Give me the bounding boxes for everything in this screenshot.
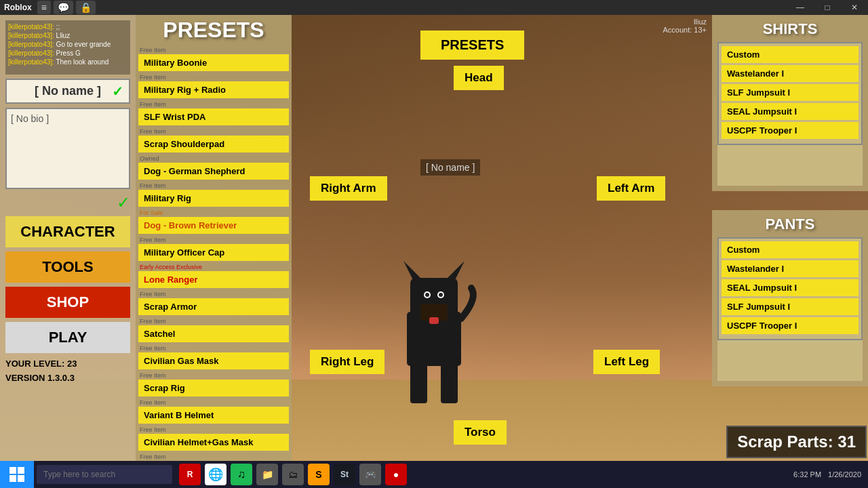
taskbar-steam-icon[interactable]: St (334, 464, 355, 485)
preset-item[interactable]: Free ItemMilitary Boonie (138, 47, 289, 71)
left-arm-button[interactable]: Left Arm (597, 176, 665, 201)
preset-button[interactable]: Scrap Rig (138, 380, 289, 396)
preset-button[interactable]: Scrap Armor (138, 298, 289, 315)
left-panel: [killerpotato43]: ;; [killerpotato43]: L… (0, 15, 136, 461)
taskbar-roblox-icon[interactable]: R (179, 464, 201, 485)
taskbar-spotify-icon[interactable]: ♫ (231, 464, 252, 485)
right-arm-button[interactable]: Right Arm (310, 176, 387, 201)
svg-rect-9 (429, 317, 439, 324)
taskbar-time: 6:32 PM (793, 470, 821, 479)
titlebar-title: Roblox (4, 3, 32, 12)
preset-label: Free Item (138, 372, 289, 379)
preset-item[interactable]: Free ItemScrap Armor (138, 291, 289, 315)
preset-item[interactable]: Free ItemScrap Shoulderpad (138, 128, 289, 152)
preset-label: Free Item (138, 101, 289, 108)
preset-button[interactable]: Military Rig + Radio (138, 81, 289, 98)
shirt-item[interactable]: USCPF Trooper I (722, 122, 859, 139)
shirts-title: SHIRTS (717, 20, 863, 38)
character-button[interactable]: CHARACTER (5, 216, 130, 247)
svg-rect-14 (9, 475, 16, 482)
preset-item[interactable]: Free ItemMilitary Officer Cap (138, 237, 289, 261)
preset-item[interactable]: Free ItemMilitary Rig (138, 182, 289, 207)
pants-extra (717, 340, 863, 381)
head-button[interactable]: Head (454, 66, 504, 90)
torso-button[interactable]: Torso (454, 420, 507, 445)
taskbar-4-icon[interactable]: 📁 (256, 464, 278, 485)
preset-label: Free Item (138, 318, 289, 325)
preset-button[interactable]: Military Boonie (138, 54, 289, 71)
shirt-item[interactable]: Custom (722, 46, 859, 63)
preset-item[interactable]: OwnedDog - German Shepherd (138, 155, 289, 180)
name-confirm-icon[interactable]: ✓ (112, 83, 123, 100)
tools-button[interactable]: TOOLS (5, 251, 130, 283)
preset-label: Owned (138, 155, 289, 162)
account-age: Account: 13+ (663, 26, 707, 34)
taskbar-5-icon[interactable]: 🗂 (282, 464, 304, 485)
lock-icon[interactable]: 🔒 (76, 1, 96, 14)
bio-box[interactable]: [ No bio ] (5, 108, 130, 189)
close-button[interactable]: ✕ (841, 0, 868, 15)
pants-item[interactable]: Wastelander I (722, 260, 859, 277)
preset-button[interactable]: Military Officer Cap (138, 244, 289, 261)
windows-icon (9, 466, 25, 483)
preset-item[interactable]: Free ItemCivilian Gas Mask (138, 345, 289, 369)
preset-item[interactable]: Early Access ExclusiveLone Ranger (138, 264, 289, 288)
chat-icon[interactable]: 💬 (54, 1, 73, 14)
shirt-item[interactable]: Wastelander I (722, 65, 859, 82)
preset-button[interactable]: Variant B Helmet (138, 407, 289, 424)
preset-item[interactable]: Free ItemCivilian Helmet (138, 453, 289, 461)
preset-item[interactable]: Free ItemVariant B Helmet (138, 399, 289, 424)
maximize-button[interactable]: □ (814, 0, 841, 15)
preset-button[interactable]: Civilian Gas Mask (138, 352, 289, 369)
preset-button[interactable]: Civilian Helmet+Gas Mask (138, 434, 289, 451)
preset-item[interactable]: Free ItemCivilian Helmet+Gas Mask (138, 426, 289, 451)
right-leg-button[interactable]: Right Leg (310, 350, 384, 374)
preset-label: Early Access Exclusive (138, 264, 289, 270)
preset-button[interactable]: Dog - German Shepherd (138, 163, 289, 180)
preset-label: For Sale (138, 209, 289, 216)
left-leg-button[interactable]: Left Leg (593, 350, 660, 374)
start-button[interactable] (0, 461, 34, 488)
character-name-box[interactable]: [ No name ] ✓ (5, 79, 130, 104)
taskbar-chrome-icon[interactable]: 🌐 (205, 464, 226, 485)
minimize-button[interactable]: — (787, 0, 814, 15)
taskbar-s-icon[interactable]: S (308, 464, 330, 485)
taskbar-search-input[interactable] (37, 465, 172, 484)
hamburger-icon[interactable]: ≡ (37, 1, 51, 14)
account-name: lliuz (663, 18, 707, 26)
preset-item[interactable]: Free ItemSatchel (138, 318, 289, 342)
preset-item[interactable]: Free ItemMilitary Rig + Radio (138, 74, 289, 98)
taskbar-right: 6:32 PM 1/26/2020 (793, 470, 868, 479)
preset-button[interactable]: Military Rig (138, 190, 289, 207)
preset-button[interactable]: SLF Wrist PDA (138, 108, 289, 125)
pants-title: PANTS (717, 216, 863, 233)
presets-top-button[interactable]: PRESETS (420, 30, 524, 60)
preset-item[interactable]: Free ItemSLF Wrist PDA (138, 101, 289, 125)
top-bar-icons: ≡ 💬 🔒 (37, 1, 96, 14)
chat-line: [killerpotato43]: Then look around (8, 58, 127, 66)
play-button[interactable]: PLAY (5, 322, 130, 353)
bio-confirm-wrap: ✓ (5, 193, 130, 212)
pants-item[interactable]: USCPF Trooper I (722, 317, 859, 334)
preset-item[interactable]: Free ItemScrap Rig (138, 372, 289, 396)
shirt-item[interactable]: SLF Jumpsuit I (722, 84, 859, 101)
bio-confirm-icon[interactable]: ✓ (117, 193, 130, 212)
svg-rect-13 (18, 467, 24, 474)
preset-label: Free Item (138, 426, 289, 433)
taskbar-date: 1/26/2020 (828, 470, 861, 479)
preset-button[interactable]: Satchel (138, 325, 289, 342)
pants-item[interactable]: SEAL Jumpsuit I (722, 279, 859, 296)
shop-button[interactable]: SHOP (5, 287, 130, 318)
preset-item[interactable]: For SaleDog - Brown Retriever (138, 209, 289, 234)
shirt-item[interactable]: SEAL Jumpsuit I (722, 103, 859, 120)
preset-button[interactable]: Dog - Brown Retriever (138, 217, 289, 234)
pants-item[interactable]: Custom (722, 241, 859, 258)
taskbar-red-icon[interactable]: ● (385, 464, 407, 485)
pants-item[interactable]: SLF Jumpsuit I (722, 298, 859, 315)
preset-button[interactable]: Lone Ranger (138, 271, 289, 288)
bio-text: [ No bio ] (11, 113, 49, 124)
taskbar-7-icon[interactable]: 🎮 (359, 464, 381, 485)
preset-button[interactable]: Scrap Shoulderpad (138, 136, 289, 152)
preset-label: Free Item (138, 291, 289, 298)
svg-rect-12 (9, 467, 16, 474)
